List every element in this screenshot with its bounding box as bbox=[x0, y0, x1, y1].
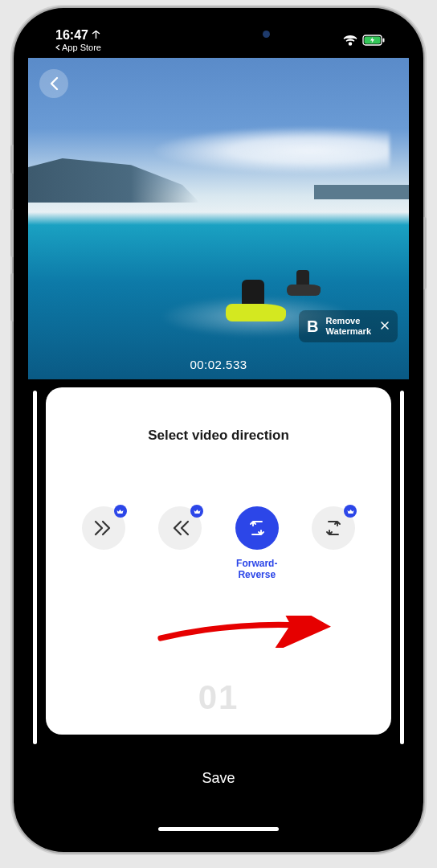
panel-handle-left[interactable] bbox=[33, 391, 37, 744]
option-forward[interactable] bbox=[71, 506, 136, 569]
controls-panel: Select video direction bbox=[46, 387, 391, 735]
brand-icon: B bbox=[307, 318, 318, 334]
mute-switch bbox=[10, 145, 14, 174]
status-back-to-app[interactable]: App Store bbox=[55, 43, 101, 52]
power-button bbox=[423, 217, 427, 289]
option-reverse[interactable] bbox=[148, 506, 212, 569]
reverse-forward-icon bbox=[324, 519, 343, 537]
video-preview[interactable]: B RemoveWatermark 00:02.533 bbox=[28, 58, 409, 379]
option-reverse-forward[interactable] bbox=[301, 506, 366, 569]
status-time: 16:47 bbox=[55, 29, 101, 42]
panel-title: Select video direction bbox=[62, 428, 375, 444]
annotation-arrow-icon bbox=[134, 616, 335, 648]
option-forward-reverse[interactable]: Forward-Reverse bbox=[225, 506, 289, 569]
premium-badge-icon bbox=[114, 505, 127, 518]
svg-rect-1 bbox=[383, 39, 385, 43]
watermark-label: RemoveWatermark bbox=[326, 316, 371, 337]
screen: 16:47 App Store bbox=[28, 23, 409, 837]
back-button[interactable] bbox=[39, 69, 68, 98]
forward-icon bbox=[93, 519, 114, 537]
close-icon[interactable] bbox=[380, 320, 390, 333]
status-time-text: 16:47 bbox=[55, 29, 88, 42]
status-back-label: App Store bbox=[62, 43, 101, 52]
notch bbox=[138, 23, 299, 45]
forward-reverse-icon bbox=[247, 519, 267, 537]
preview-mountain-2 bbox=[314, 185, 410, 199]
home-indicator[interactable] bbox=[158, 827, 279, 831]
remove-watermark-button[interactable]: B RemoveWatermark bbox=[299, 310, 398, 342]
direction-options: Forward-Reverse bbox=[62, 506, 375, 569]
reverse-icon bbox=[169, 519, 190, 537]
volume-up bbox=[10, 209, 14, 257]
wifi-icon bbox=[343, 35, 357, 46]
save-button[interactable]: Save bbox=[28, 749, 409, 787]
panel-handle-right[interactable] bbox=[400, 391, 404, 744]
preview-clouds bbox=[124, 122, 390, 178]
battery-charging-icon bbox=[362, 35, 385, 46]
controls-panel-wrap: Select video direction bbox=[28, 387, 409, 749]
preview-jetski bbox=[226, 285, 294, 321]
page-indicator: 01 bbox=[198, 678, 239, 717]
chevron-left-icon bbox=[50, 76, 59, 91]
video-timestamp: 00:02.533 bbox=[190, 358, 247, 371]
option-forward-reverse-label: Forward-Reverse bbox=[225, 558, 289, 569]
premium-badge-icon bbox=[344, 505, 357, 518]
premium-badge-icon bbox=[190, 505, 203, 518]
volume-down bbox=[10, 273, 14, 321]
phone-frame: 16:47 App Store bbox=[14, 8, 423, 852]
